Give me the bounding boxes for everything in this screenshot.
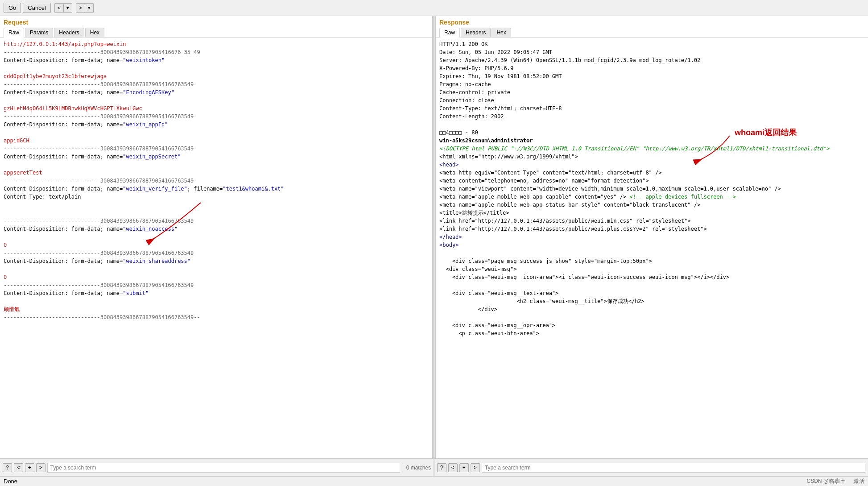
search-help-right[interactable]: ?: [437, 463, 446, 472]
response-body[interactable]: whoami返回结果 HTTP/1.1 200 OK Date: Sun, 05…: [436, 37, 868, 458]
req-line-5: Content-Disposition: form-data; name="we…: [4, 186, 284, 192]
sep8: ------------------------------3008439398…: [4, 282, 194, 288]
req-content-type: Content-Type: text/plain: [4, 194, 81, 200]
forward-nav-group: > ▼: [76, 3, 94, 13]
back-nav-group: < ▼: [54, 3, 72, 13]
req-line-7: Content-Disposition: form-data; name="we…: [4, 258, 190, 264]
req-line-3: Content-Disposition: form-data; name="we…: [4, 121, 168, 128]
resp-body-open: <body>: [439, 242, 459, 248]
req-line-2: Content-Disposition: form-data; name="En…: [4, 89, 174, 96]
resp-status: HTTP/1.1 200 OK: [439, 41, 488, 47]
back-dropdown-button[interactable]: ▼: [64, 4, 72, 12]
resp-div2: <div class="weui-msg">: [439, 266, 517, 272]
resp-box-chars: □□4□□□□ - 80: [439, 129, 478, 136]
req-line-1: Content-Disposition: form-data; name="we…: [4, 57, 165, 63]
response-title: Response: [436, 16, 868, 28]
req-line-4: Content-Disposition: form-data; name="we…: [4, 154, 181, 160]
resp-pragma: Pragma: no-cache: [439, 81, 491, 87]
resp-cache: Cache-control: private: [439, 89, 510, 96]
req-appid-val: appidGCH: [4, 137, 29, 144]
go-button[interactable]: Go: [4, 3, 21, 13]
resp-div5: <div class="weui-msg__opr-area">: [439, 322, 555, 328]
req-noaccess-val: 0: [4, 242, 7, 248]
search-right: ? < + >: [434, 458, 868, 476]
resp-date: Date: Sun, 05 Jun 2022 09:05:47 GMT: [439, 49, 552, 55]
sep1: ------------------------------3008439398…: [4, 49, 200, 55]
whoami-annotation: whoami返回结果: [735, 127, 797, 139]
tab-hex-request[interactable]: Hex: [85, 28, 104, 37]
search-input-right[interactable]: [482, 463, 865, 473]
resp-expires: Expires: Thu, 19 Nov 1981 08:52:00 GMT: [439, 73, 562, 79]
sep3: ------------------------------3008439398…: [4, 113, 194, 120]
resp-div4: <div class="weui-msg__text-area">: [439, 290, 558, 296]
resp-meta3: <meta name="viewport" content="width=dev…: [439, 186, 781, 192]
annotation-arrow-svg: [707, 136, 797, 171]
resp-link1: <link href="http://127.0.0.1:443/assets/…: [439, 218, 691, 224]
resp-doctype: <!DOCTYPE html PUBLIC "-//W3C//DTD XHTML…: [439, 145, 829, 152]
back-button[interactable]: <: [55, 4, 64, 12]
resp-div1: <div class="page msg_success js_show" st…: [439, 258, 652, 264]
request-url: http://127.0.0.1:443/api.php?op=weixin: [4, 41, 126, 47]
forward-dropdown-button[interactable]: ▼: [85, 4, 93, 12]
req-line-8: Content-Disposition: form-data; name="su…: [4, 290, 149, 296]
resp-html-open: <html xmlns="http://www.w3.org/1999/xhtm…: [439, 154, 578, 160]
tab-raw-request[interactable]: Raw: [4, 28, 24, 37]
forward-button[interactable]: >: [76, 4, 85, 12]
resp-head-close: </head>: [439, 234, 462, 240]
search-add-right[interactable]: +: [459, 463, 469, 472]
req-appsecret-val: appseretTest: [4, 170, 42, 176]
request-title: Request: [0, 16, 432, 28]
resp-meta1: <meta http-equiv="Content-Type" content=…: [439, 170, 662, 176]
tab-headers-request[interactable]: Headers: [54, 28, 84, 37]
response-tabs: Raw Headers Hex: [436, 28, 868, 37]
resp-username: win-a5ks29csnum\administrator: [439, 137, 533, 144]
sep4: ------------------------------3008439398…: [4, 145, 194, 152]
status-bar: Done CSDN @临摹叶 激活: [0, 476, 868, 486]
search-left: ? < + > 0 matches: [0, 458, 434, 476]
resp-content-length: Content-Length: 2002: [439, 113, 504, 120]
req-aeskey-val: gzHLehM4qO64lL5K9LMDBnwkUqXWVcHGPTLXkwuL…: [4, 105, 142, 112]
tab-headers-response[interactable]: Headers: [461, 28, 491, 37]
resp-powered: X-Powered-By: PHP/5.6.9: [439, 65, 513, 71]
status-text: Done: [4, 478, 17, 485]
bottom-bar: ? < + > 0 matches ? < + >: [0, 458, 868, 476]
resp-head-open: <head>: [439, 162, 459, 168]
request-body[interactable]: http://127.0.0.1:443/api.php?op=weixin -…: [0, 37, 432, 458]
sep6: ------------------------------3008439398…: [4, 218, 194, 224]
search-count-left: 0 matches: [402, 465, 431, 471]
request-tabs: Raw Params Headers Hex: [0, 28, 432, 37]
search-next-left[interactable]: >: [36, 463, 45, 472]
resp-h2: <h2 class="weui-msg__title">保存成功</h2>: [439, 298, 645, 304]
sep5: ------------------------------3008439398…: [4, 178, 194, 184]
resp-div3: <div class="weui-msg__icon-area"><i clas…: [439, 274, 729, 280]
resp-meta5: <meta name="apple-mobile-web-app-status-…: [439, 202, 700, 208]
search-next-right[interactable]: >: [471, 463, 480, 472]
req-share-val: 0: [4, 274, 7, 280]
search-prev-left[interactable]: <: [14, 463, 23, 472]
search-input-left[interactable]: [47, 463, 400, 473]
response-panel: Response Raw Headers Hex whoami返回结果: [436, 16, 868, 458]
search-add-left[interactable]: +: [25, 463, 34, 472]
tab-raw-response[interactable]: Raw: [439, 28, 460, 37]
tab-hex-response[interactable]: Hex: [492, 28, 511, 37]
search-prev-right[interactable]: <: [448, 463, 458, 472]
resp-p1: <p class="weui-btn-area">: [439, 330, 539, 336]
req-submit-val: 顾惜氣: [4, 306, 20, 312]
resp-div4-close: </div>: [439, 306, 497, 312]
watermark-csdn: CSDN @临摹叶: [806, 478, 845, 485]
resp-connection: Connection: close: [439, 97, 494, 104]
sep7: ------------------------------3008439398…: [4, 250, 194, 256]
watermark-activate: 激活: [854, 478, 864, 485]
sep2: ------------------------------3008439398…: [4, 81, 194, 87]
resp-link2: <link href="http://127.0.0.1:443/assets/…: [439, 226, 707, 232]
resp-title: <title>跳转提示</title>: [439, 210, 509, 216]
tab-params-request[interactable]: Params: [25, 28, 53, 37]
cancel-button[interactable]: Cancel: [23, 3, 50, 13]
sep9: ------------------------------3008439398…: [4, 314, 200, 320]
req-line-6: Content-Disposition: form-data; name="we…: [4, 226, 178, 232]
resp-meta2: <meta content="telephone=no, address=no"…: [439, 178, 649, 184]
search-help-left[interactable]: ?: [3, 463, 12, 472]
resp-content-type: Content-Type: text/html; charset=UTF-8: [439, 105, 562, 112]
watermark-area: CSDN @临摹叶 激活: [806, 478, 864, 485]
request-panel: Request Raw Params Headers Hex http://12…: [0, 16, 433, 458]
